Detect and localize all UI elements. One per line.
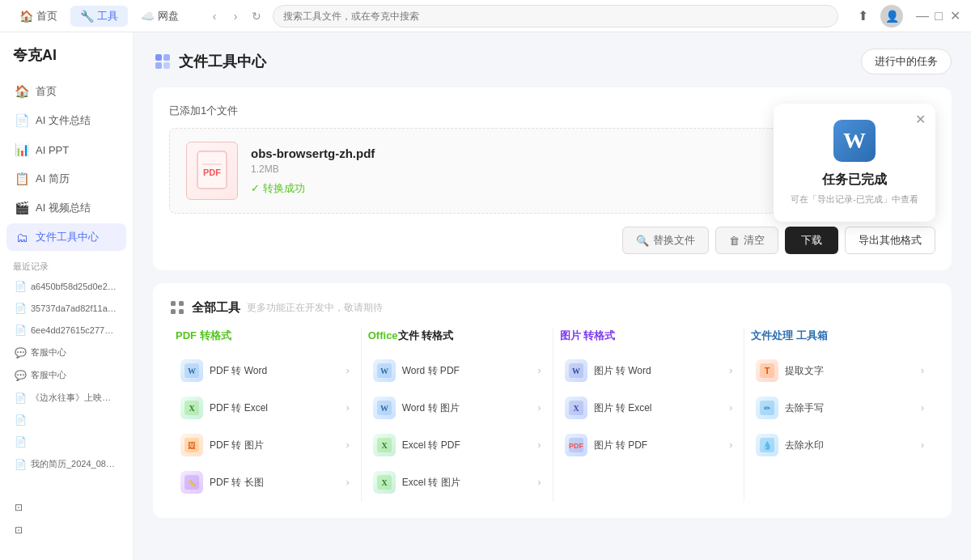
svg-text:T: T [765,366,770,375]
tools-tab-icon: 🔧 [80,10,93,23]
recent-label-8: 我的简历_2024_08_05 [31,458,118,470]
all-tools-icon [169,299,185,316]
tab-cloud[interactable]: ☁️ 网盘 [131,6,189,27]
tool-word-img[interactable]: W Word 转 图片 › [368,390,546,426]
recent-item-0[interactable]: 📄 a6450bf58d25d0e251... [6,276,126,297]
tool-excel-pdf[interactable]: X Excel 转 PDF › [368,427,546,463]
pdf-word-icon: W [180,359,203,382]
sidebar-file-tools-label: 文件工具中心 [36,230,99,244]
share-button[interactable]: ⬆ [851,5,874,28]
recent-label-0: a6450bf58d25d0e251... [31,282,118,291]
recent-item-4[interactable]: 💬 客服中心 [6,364,126,386]
recent-item-7[interactable]: 📄 [6,431,126,452]
tab-tools[interactable]: 🔧 工具 [70,6,128,27]
replace-label: 替换文件 [653,233,695,248]
word-img-icon: W [373,397,396,419]
svg-rect-2 [155,62,162,69]
tab-cloud-label: 网盘 [158,9,179,23]
clear-label: 清空 [744,233,765,248]
recent-item-6[interactable]: 📄 [6,409,126,431]
category-file-tools: 文件处理 工具箱 T 提取文字 › ✏ 去除手写 › [744,329,935,502]
svg-text:W: W [572,367,580,375]
svg-rect-1 [163,54,170,61]
sidebar-item-ai-resume[interactable]: 📋 AI 简历 [6,165,126,193]
recent-item-8[interactable]: 📄 我的简历_2024_08_05 [6,453,126,475]
replace-icon: 🔍 [636,235,649,247]
clear-icon: 🗑 [729,235,740,247]
avatar[interactable]: 👤 [880,5,903,28]
replace-file-button[interactable]: 🔍 替换文件 [622,227,709,254]
back-button[interactable]: ‹ [205,6,224,26]
convert-success: ✓ 转换成功 [251,181,854,196]
word-img-label: Word 转 图片 [402,401,532,415]
tool-excel-img[interactable]: X Excel 转 图片 › [368,465,546,500]
excel-img-icon: X [373,471,396,494]
tool-pdf-word[interactable]: W PDF 转 Word › [176,353,354,388]
tool-pdf-img[interactable]: 🖼 PDF 转 图片 › [176,427,354,463]
tool-img-pdf[interactable]: PDF 图片 转 PDF › [560,427,738,463]
sidebar-item-ai-summary[interactable]: 📄 AI 文件总结 [6,107,126,134]
excel-img-label: Excel 转 图片 [402,476,532,490]
category-pdf-convert: PDF 转格式 W PDF 转 Word › X PDF 转 Excel [169,329,361,502]
export-button[interactable]: 导出其他格式 [845,227,935,254]
recent-item-1[interactable]: 📄 35737da7ad82f11ac66... [6,298,126,319]
pdf-img-icon: 🖼 [180,434,203,456]
recent-item-5[interactable]: 📄 《边水往事》上映平台... [6,387,126,409]
page-title-text: 文件工具中心 [179,52,266,71]
tool-remove-handwriting[interactable]: ✏ 去除手写 › [751,390,929,426]
recent-item-2[interactable]: 📄 6ee4dd27615c277af85... [6,320,126,341]
sidebar-item-ai-ppt[interactable]: 📊 AI PPT [6,136,126,163]
pdf-word-arrow: › [346,365,350,376]
recent-icon-8: 📄 [15,459,26,470]
recent-label-5: 《边水往事》上映平台... [31,392,118,404]
pdf-excel-arrow: › [346,402,350,414]
tasks-button[interactable]: 进行中的任务 [861,49,952,74]
sidebar-bottom-2[interactable]: ⊡ [6,520,126,541]
minimize-button[interactable]: — [916,10,929,23]
bottom-icon-1: ⊡ [15,502,23,513]
excel-pdf-icon: X [373,434,396,456]
page-title-icon [153,52,172,71]
download-button[interactable]: 下载 [785,227,838,254]
recent-icon-3: 💬 [15,347,26,358]
nav-arrows: ‹ › ↻ [205,6,266,26]
completion-popup: ✕ W 任务已完成 可在「导出记录-已完成」中查看 [774,104,935,222]
ai-video-icon: 🎬 [15,201,29,215]
img-word-icon: W [565,359,587,382]
sidebar-item-file-tools[interactable]: 🗂 文件工具中心 [6,223,126,251]
recent-item-3[interactable]: 💬 客服中心 [6,342,126,363]
sidebar-item-home[interactable]: 🏠 首页 [6,78,126,105]
recent-icon-2: 📄 [15,325,26,336]
sidebar-item-ai-video[interactable]: 🎬 AI 视频总结 [6,194,126,222]
tools-subtitle: 更多功能正在开发中，敬请期待 [247,301,383,315]
forward-button[interactable]: › [226,6,245,26]
tool-img-excel[interactable]: X 图片 转 Excel › [560,390,738,426]
recent-icon-7: 📄 [15,436,26,448]
clear-button[interactable]: 🗑 清空 [715,227,778,254]
search-input[interactable] [273,5,838,28]
sidebar-ai-ppt-label: AI PPT [36,144,69,156]
restore-button[interactable]: □ [932,10,945,23]
tool-remove-watermark[interactable]: 💧 去除水印 › [751,427,929,463]
sidebar-ai-resume-label: AI 简历 [36,172,70,186]
tool-pdf-excel[interactable]: X PDF 转 Excel › [176,390,354,426]
popup-close-button[interactable]: ✕ [915,112,926,127]
tool-extract-text[interactable]: T 提取文字 › [751,353,929,388]
close-button[interactable]: ✕ [948,10,961,23]
refresh-button[interactable]: ↻ [247,6,266,26]
tab-home[interactable]: 🏠 首页 [10,6,67,27]
tool-img-word[interactable]: W 图片 转 Word › [560,353,738,388]
sidebar-bottom-1[interactable]: ⊡ [6,497,126,518]
svg-rect-11 [179,309,184,314]
remove-watermark-label: 去除水印 [785,439,914,452]
tool-word-pdf[interactable]: W Word 转 PDF › [368,353,546,388]
extract-text-label: 提取文字 [785,364,914,378]
upload-actions: 🔍 替换文件 🗑 清空 下载 导出其他格式 [169,227,935,254]
svg-text:PDF: PDF [203,168,221,177]
remove-watermark-arrow: › [921,439,924,451]
img-pdf-arrow: › [729,439,732,451]
extract-text-arrow: › [921,365,924,376]
tool-pdf-longimg[interactable]: 📏 PDF 转 长图 › [176,465,354,500]
svg-text:✏: ✏ [764,404,771,413]
img-excel-icon: X [565,397,587,419]
